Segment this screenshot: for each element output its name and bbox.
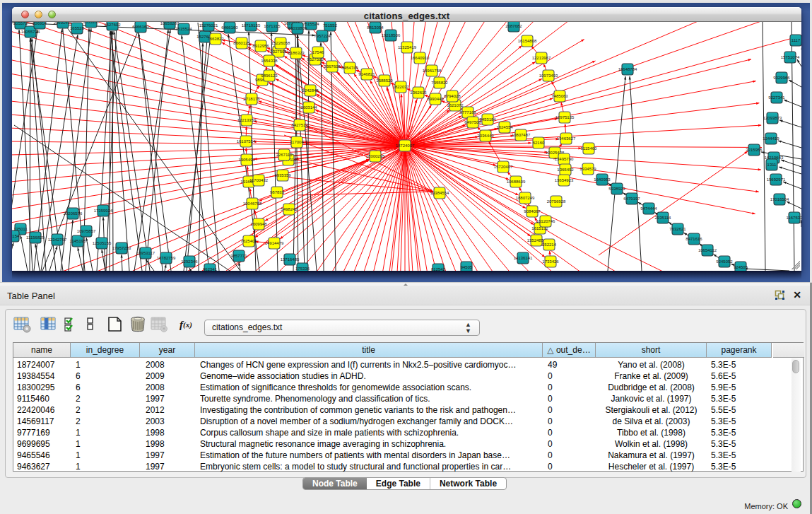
svg-text:10973493: 10973493 bbox=[539, 74, 558, 78]
svg-text:205572: 205572 bbox=[13, 22, 28, 25]
svg-text:1365492: 1365492 bbox=[557, 168, 574, 172]
svg-text:6466160: 6466160 bbox=[132, 25, 149, 29]
svg-text:11700432: 11700432 bbox=[249, 178, 269, 182]
svg-text:14914479: 14914479 bbox=[265, 241, 284, 245]
svg-text:7515524: 7515524 bbox=[175, 27, 192, 31]
svg-text:8454749: 8454749 bbox=[341, 66, 358, 70]
svg-text:9777169: 9777169 bbox=[459, 110, 476, 115]
svg-text:252214: 252214 bbox=[542, 243, 557, 247]
svg-text:9453184: 9453184 bbox=[479, 117, 496, 122]
svg-text:7955822: 7955822 bbox=[431, 81, 448, 85]
svg-text:14055724: 14055724 bbox=[21, 30, 40, 34]
svg-text:94505: 94505 bbox=[461, 265, 473, 269]
svg-text:1624554: 1624554 bbox=[496, 125, 513, 129]
svg-text:6479197: 6479197 bbox=[623, 197, 640, 201]
svg-text:1527602: 1527602 bbox=[104, 23, 121, 27]
svg-text:17016504: 17016504 bbox=[770, 197, 789, 201]
svg-text:10807487: 10807487 bbox=[512, 133, 531, 137]
svg-text:12213359: 12213359 bbox=[237, 118, 257, 122]
svg-text:3267110: 3267110 bbox=[276, 153, 293, 157]
svg-text:1609948: 1609948 bbox=[250, 222, 267, 226]
svg-text:9329966: 9329966 bbox=[773, 76, 790, 80]
svg-text:12093873: 12093873 bbox=[763, 116, 782, 120]
svg-text:1640953: 1640953 bbox=[594, 177, 611, 182]
svg-text:10654112: 10654112 bbox=[698, 248, 717, 252]
svg-text:10688609: 10688609 bbox=[507, 180, 526, 184]
svg-text:17546: 17546 bbox=[312, 50, 324, 54]
svg-text:16782759: 16782759 bbox=[157, 256, 176, 260]
svg-text:15692971: 15692971 bbox=[767, 177, 786, 182]
svg-text:16033809: 16033809 bbox=[288, 26, 307, 30]
svg-text:19463627: 19463627 bbox=[557, 136, 576, 141]
svg-text:924505: 924505 bbox=[734, 265, 748, 269]
svg-text:7957224: 7957224 bbox=[314, 34, 331, 38]
svg-text:10975857: 10975857 bbox=[77, 229, 96, 233]
svg-text:12342757: 12342757 bbox=[48, 238, 67, 242]
svg-text:9857771: 9857771 bbox=[230, 254, 247, 258]
svg-text:2367608: 2367608 bbox=[324, 64, 341, 69]
svg-text:9242848: 9242848 bbox=[302, 88, 319, 93]
svg-text:9227341: 9227341 bbox=[768, 95, 785, 100]
svg-text:18724007: 18724007 bbox=[396, 144, 415, 148]
svg-text:62160: 62160 bbox=[533, 141, 545, 145]
svg-text:1621072: 1621072 bbox=[447, 103, 464, 107]
svg-text:9146821: 9146821 bbox=[358, 72, 375, 76]
svg-text:18300295: 18300295 bbox=[366, 154, 385, 158]
svg-text:8813054: 8813054 bbox=[367, 25, 384, 30]
svg-text:15720407: 15720407 bbox=[494, 165, 513, 169]
svg-text:175336: 175336 bbox=[295, 267, 310, 271]
svg-text:8990448: 8990448 bbox=[427, 97, 444, 101]
svg-text:20756928: 20756928 bbox=[547, 199, 566, 204]
svg-text:15276021: 15276021 bbox=[199, 23, 218, 28]
svg-text:(x): (x) bbox=[183, 320, 192, 329]
svg-text:18807249: 18807249 bbox=[516, 196, 535, 200]
svg-text:6466160: 6466160 bbox=[221, 25, 238, 30]
svg-text:10719155: 10719155 bbox=[242, 23, 261, 28]
svg-text:987833: 987833 bbox=[270, 190, 285, 194]
svg-text:12213967: 12213967 bbox=[532, 56, 551, 60]
svg-text:12505155: 12505155 bbox=[93, 241, 112, 245]
svg-text:2036443: 2036443 bbox=[477, 134, 494, 138]
svg-text:1655287: 1655287 bbox=[83, 22, 100, 24]
svg-text:1292346: 1292346 bbox=[181, 259, 198, 264]
svg-text:1362615: 1362615 bbox=[410, 90, 427, 95]
svg-text:6794028: 6794028 bbox=[444, 94, 461, 98]
svg-text:13716485: 13716485 bbox=[281, 257, 300, 262]
svg-text:8471616: 8471616 bbox=[686, 237, 702, 241]
svg-text:9084067: 9084067 bbox=[524, 209, 541, 214]
svg-text:1117: 1117 bbox=[792, 38, 801, 42]
svg-text:39154: 39154 bbox=[12, 234, 20, 238]
svg-text:16640910: 16640910 bbox=[411, 56, 430, 60]
svg-text:5938923: 5938923 bbox=[608, 187, 625, 191]
svg-text:1905493: 1905493 bbox=[238, 158, 255, 162]
svg-text:19218506: 19218506 bbox=[382, 33, 401, 37]
svg-text:9474444: 9474444 bbox=[640, 206, 657, 211]
svg-text:8427512: 8427512 bbox=[291, 123, 308, 127]
svg-text:1588520: 1588520 bbox=[376, 78, 393, 83]
svg-text:14136141: 14136141 bbox=[514, 256, 533, 260]
svg-text:3215955: 3215955 bbox=[746, 148, 763, 152]
svg-text:1244419: 1244419 bbox=[763, 136, 779, 141]
svg-text:10953117: 10953117 bbox=[136, 251, 155, 255]
svg-text:15751074: 15751074 bbox=[781, 55, 800, 59]
svg-text:2087682: 2087682 bbox=[505, 24, 522, 28]
svg-text:17359924: 17359924 bbox=[94, 209, 113, 213]
svg-text:17957253: 17957253 bbox=[112, 246, 131, 250]
svg-text:20691406: 20691406 bbox=[54, 22, 73, 25]
svg-text:7632621: 7632621 bbox=[669, 227, 686, 231]
svg-text:7485063: 7485063 bbox=[551, 94, 568, 98]
svg-text:12975135: 12975135 bbox=[555, 115, 575, 119]
svg-text:5498242: 5498242 bbox=[281, 207, 298, 211]
svg-text:1654338: 1654338 bbox=[261, 59, 278, 63]
svg-text:8186323: 8186323 bbox=[288, 51, 305, 55]
svg-text:13495790: 13495790 bbox=[555, 157, 574, 161]
svg-text:165528: 165528 bbox=[70, 26, 85, 30]
svg-text:11325419: 11325419 bbox=[398, 45, 417, 49]
svg-text:9327505: 9327505 bbox=[270, 49, 287, 54]
svg-text:16120746: 16120746 bbox=[536, 219, 555, 223]
svg-text:10046788: 10046788 bbox=[243, 201, 262, 206]
svg-text:16107554: 16107554 bbox=[237, 139, 256, 144]
svg-text:13654923: 13654923 bbox=[555, 178, 574, 182]
svg-text:10653287: 10653287 bbox=[160, 22, 180, 25]
svg-text:2718176: 2718176 bbox=[243, 97, 260, 101]
